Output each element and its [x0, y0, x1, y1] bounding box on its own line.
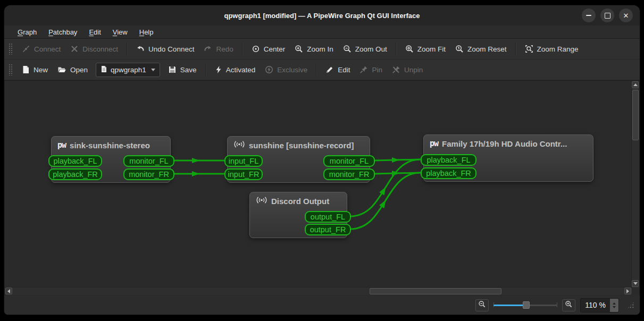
title-bar[interactable]: qpwgraph1 [modified] — A PipeWire Graph … [4, 5, 640, 26]
window-title: qpwgraph1 [modified] — A PipeWire Graph … [224, 12, 420, 20]
connection-arrow-icon [392, 171, 399, 176]
new-file-icon [22, 65, 30, 74]
pin-button[interactable]: Pin [355, 63, 387, 77]
maximize-button[interactable] [600, 9, 614, 22]
close-button[interactable]: ✕ [619, 9, 633, 22]
scroll-left-button[interactable] [5, 288, 12, 294]
port[interactable]: playback_FL [421, 154, 476, 166]
port[interactable]: monitor_FR [323, 168, 375, 180]
exclusive-icon [265, 65, 273, 74]
center-button[interactable]: Center [247, 42, 290, 56]
activated-icon [215, 65, 222, 74]
vertical-scrollbar[interactable] [631, 81, 639, 288]
menu-bar: Graph Patchbay Edit View Help [4, 26, 640, 39]
scroll-down-button[interactable] [632, 280, 639, 287]
connection-arrow-icon [392, 157, 399, 163]
zoom-in-button[interactable]: Zoom In [290, 42, 338, 56]
activated-button[interactable]: Activated [210, 63, 261, 77]
scroll-right-button[interactable] [624, 288, 631, 294]
window-controls: ✕ [582, 9, 633, 22]
horizontal-scroll-thumb[interactable] [370, 288, 501, 294]
menu-edit[interactable]: Edit [83, 27, 106, 37]
port[interactable]: playback_FR [48, 168, 102, 180]
connection-arrow-icon [379, 185, 388, 196]
node-sink-sunshine-stereo[interactable]: pw sink-sunshine-stereo playback_FL play… [51, 136, 171, 183]
zoom-reset-button[interactable]: Zoom Reset [450, 42, 512, 56]
zoom-fit-icon [405, 45, 414, 53]
zoom-slider-track[interactable] [525, 305, 557, 306]
disconnect-icon [70, 45, 79, 53]
edit-pencil-icon [325, 65, 334, 74]
disconnect-button[interactable]: Disconnect [65, 42, 123, 56]
save-button[interactable]: Save [163, 63, 202, 77]
app-window: qpwgraph1 [modified] — A PipeWire Graph … [4, 5, 640, 315]
status-bar: 110 % [4, 295, 640, 315]
scroll-up-button[interactable] [632, 81, 639, 88]
vertical-scroll-thumb[interactable] [632, 90, 639, 140]
port[interactable]: input_FR [224, 168, 263, 180]
edit-button[interactable]: Edit [321, 63, 355, 77]
new-button[interactable]: New [17, 63, 53, 77]
zoom-slider[interactable] [494, 299, 557, 311]
undo-connect-button[interactable]: Undo Connect [131, 42, 199, 56]
patchbay-file-name: qpwgraph1 [111, 66, 146, 74]
connection[interactable] [374, 159, 420, 160]
pipewire-icon: pw [57, 140, 66, 150]
port[interactable]: input_FL [224, 155, 263, 167]
statusbar-zoom-out-button[interactable] [475, 299, 489, 311]
port[interactable]: monitor_FL [123, 155, 174, 167]
menu-view[interactable]: View [107, 27, 133, 37]
statusbar-zoom-in-button[interactable] [562, 299, 575, 311]
zoom-percent-spinbox[interactable]: 110 % [580, 298, 619, 312]
menu-help[interactable]: Help [133, 27, 160, 37]
port[interactable]: monitor_FL [323, 155, 375, 167]
toolbar-drag-handle[interactable] [9, 64, 13, 75]
zoom-percent-value[interactable]: 110 % [581, 299, 610, 312]
unpin-icon [392, 65, 400, 74]
toolbar-drag-handle[interactable] [9, 43, 13, 55]
connect-icon [22, 45, 30, 53]
toolbar-separator [316, 63, 317, 76]
port[interactable]: playback_FR [421, 167, 476, 179]
zoom-range-button[interactable]: Zoom Range [520, 42, 583, 56]
horizontal-scrollbar[interactable] [5, 287, 632, 295]
pin-icon [359, 65, 368, 74]
zoom-out-button[interactable]: Zoom Out [338, 42, 392, 56]
zoom-slider-handle[interactable] [523, 301, 530, 309]
patchbay-file-combo[interactable]: qpwgraph1 [96, 63, 160, 77]
unpin-button[interactable]: Unpin [387, 63, 428, 77]
menu-graph[interactable]: Graph [12, 27, 43, 37]
node-title: Family 17h/19h HD Audio Contr... [442, 139, 567, 148]
toolbar-separator [127, 43, 128, 55]
open-folder-icon [57, 65, 66, 74]
node-discord-output[interactable]: Discord Output output_FL output_FR [249, 192, 347, 238]
menu-patchbay[interactable]: Patchbay [43, 27, 83, 37]
center-icon [252, 45, 260, 53]
open-button[interactable]: Open [53, 63, 93, 77]
arrow-right-icon [626, 289, 629, 293]
node-family-hd-audio[interactable]: pw Family 17h/19h HD Audio Contr... play… [423, 134, 593, 182]
exclusive-button[interactable]: Exclusive [260, 63, 312, 77]
resize-grip[interactable] [627, 301, 634, 309]
zoom-reset-icon [455, 45, 464, 53]
spinbox-arrows[interactable] [610, 299, 618, 312]
toolbar-separator [242, 43, 243, 55]
graph-canvas[interactable]: pw sink-sunshine-stereo playback_FL play… [4, 80, 640, 295]
port[interactable]: playback_FL [48, 155, 102, 167]
patchbay-toolbar: New Open qpwgraph1 Save Activated Exclus… [4, 60, 640, 80]
broadcast-icon [233, 140, 245, 150]
connection[interactable] [374, 173, 420, 174]
zoom-slider-track-filled[interactable] [494, 305, 525, 306]
chevron-down-icon [151, 69, 155, 71]
port[interactable]: output_FR [305, 224, 351, 235]
toolbar-separator [396, 43, 397, 55]
port[interactable]: output_FL [305, 211, 351, 223]
redo-button[interactable]: Redo [199, 42, 238, 56]
zoom-fit-button[interactable]: Zoom Fit [400, 42, 450, 56]
connect-button[interactable]: Connect [17, 42, 65, 56]
zoom-out-icon [343, 45, 352, 53]
node-sunshine-record[interactable]: sunshine [sunshine-record] input_FL inpu… [227, 136, 370, 183]
port[interactable]: monitor_FR [123, 168, 174, 180]
save-icon [168, 65, 177, 74]
minimize-button[interactable] [582, 9, 596, 22]
